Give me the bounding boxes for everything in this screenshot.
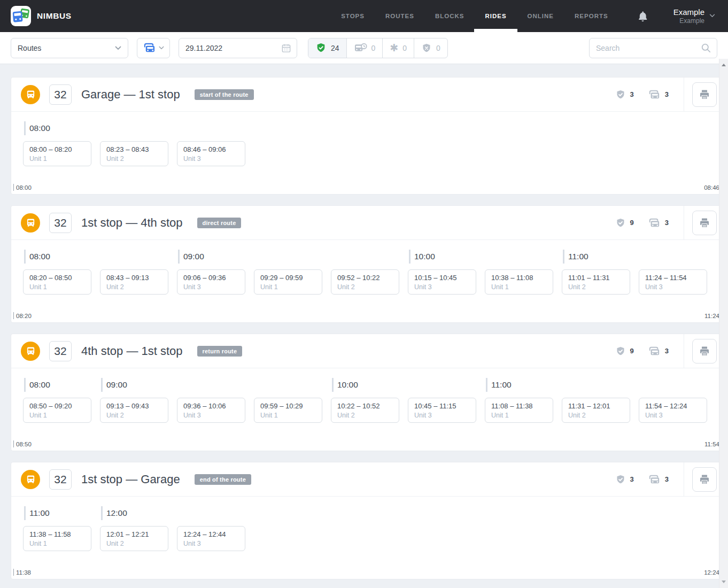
ride-time: 08:20 – 08:50 <box>29 274 85 282</box>
nav-item-routes[interactable]: ROUTES <box>385 0 414 32</box>
section-start-time: 11:38 <box>13 569 31 576</box>
nav-item-reports[interactable]: REPORTS <box>575 0 608 32</box>
hour-group: 10:00 10:15 – 10:45 Unit 3 10:38 – 11:08… <box>408 250 553 295</box>
route-number: 32 <box>49 341 72 361</box>
hour-label: 09:00 <box>101 378 322 392</box>
ride-card[interactable]: 08:23 – 08:43 Unit 2 <box>100 141 168 166</box>
ride-unit: Unit 2 <box>106 283 162 291</box>
route-number: 32 <box>49 213 72 233</box>
ride-card[interactable]: 08:20 – 08:50 Unit 1 <box>23 269 91 295</box>
hour-group: 11:00 11:01 – 11:31 Unit 2 11:24 – 11:54… <box>562 250 707 295</box>
bus-icon <box>21 85 40 104</box>
ride-card[interactable]: 11:31 – 12:01 Unit 2 <box>562 398 630 423</box>
ride-time: 08:23 – 08:43 <box>106 145 162 153</box>
ride-card[interactable]: 08:46 – 09:06 Unit 3 <box>177 141 245 166</box>
hour-group: 11:00 11:08 – 11:38 Unit 1 11:31 – 12:01… <box>485 378 707 423</box>
hour-group: 10:00 10:22 – 10:52 Unit 2 10:45 – 11:15… <box>331 378 476 423</box>
ride-card[interactable]: 12:01 – 12:21 Unit 2 <box>100 526 168 551</box>
user-menu[interactable]: Example Example <box>673 7 715 25</box>
chevron-down-icon <box>709 14 715 18</box>
status-special-filter[interactable]: ✱ 0 <box>383 38 414 58</box>
ride-time: 10:22 – 10:52 <box>337 402 393 410</box>
section-title: 1st stop — Garage <box>81 473 180 486</box>
ride-card[interactable]: 10:15 – 10:45 Unit 3 <box>408 269 476 295</box>
ride-time: 09:59 – 10:29 <box>260 402 316 410</box>
route-type-badge: start of the route <box>195 89 254 100</box>
ride-card[interactable]: 08:00 – 08:20 Unit 1 <box>23 141 91 166</box>
hour-group: 09:00 09:06 – 09:36 Unit 3 09:29 – 09:59… <box>177 250 399 295</box>
bus-icon <box>21 213 40 233</box>
date-input[interactable] <box>179 38 297 58</box>
hour-label: 10:00 <box>409 250 553 264</box>
search-input[interactable] <box>589 38 717 58</box>
nav-item-blocks[interactable]: BLOCKS <box>435 0 464 32</box>
ride-card[interactable]: 08:43 – 09:13 Unit 2 <box>100 269 168 295</box>
status-ok-filter[interactable]: 24 <box>308 38 347 58</box>
ride-unit: Unit 1 <box>29 412 85 419</box>
ride-card[interactable]: 09:52 – 10:22 Unit 2 <box>331 269 399 295</box>
notifications-bell-icon[interactable] <box>638 11 648 22</box>
ride-card[interactable]: 10:38 – 11:08 Unit 1 <box>485 269 553 295</box>
print-button[interactable] <box>692 339 717 363</box>
ride-unit: Unit 1 <box>491 283 547 291</box>
ride-time: 08:00 – 08:20 <box>29 145 85 153</box>
chevron-down-icon <box>115 46 121 50</box>
ride-card[interactable]: 08:50 – 09:20 Unit 1 <box>23 398 91 423</box>
status-canceled-filter[interactable]: 0 <box>414 38 447 58</box>
ride-card[interactable]: 09:13 – 09:43 Unit 2 <box>100 398 168 423</box>
ride-time: 08:46 – 09:06 <box>183 145 239 153</box>
ride-unit: Unit 1 <box>260 283 316 291</box>
nav-item-rides[interactable]: RIDES <box>485 0 506 32</box>
status-count: 24 <box>331 44 339 52</box>
ride-time: 11:24 – 11:54 <box>645 274 701 282</box>
route-section: 32 1st stop — Garage end of the route 3 <box>11 462 725 579</box>
route-filter-value: Routes <box>18 44 41 52</box>
status-count: 0 <box>436 44 440 52</box>
ride-card[interactable]: 11:01 – 11:31 Unit 2 <box>562 269 630 295</box>
ride-unit: Unit 2 <box>337 412 393 419</box>
nav-item-online[interactable]: ONLINE <box>528 0 554 32</box>
bus-fleet-icon <box>648 474 661 485</box>
top-header: NIMBUS STOPSROUTESBLOCKSRIDESONLINEREPOR… <box>0 0 728 32</box>
ride-time: 09:06 – 09:36 <box>183 274 239 282</box>
main-nav: STOPSROUTESBLOCKSRIDESONLINEREPORTS <box>341 0 608 32</box>
ride-card[interactable]: 11:24 – 11:54 Unit 3 <box>639 269 707 295</box>
ride-card[interactable]: 12:24 – 12:44 Unit 3 <box>177 526 245 551</box>
status-delayed-filter[interactable]: 0 <box>347 38 383 58</box>
hour-group: 08:00 08:20 – 08:50 Unit 1 08:43 – 09:13… <box>23 250 168 295</box>
ride-card[interactable]: 11:08 – 11:38 Unit 1 <box>485 398 553 423</box>
ride-card[interactable]: 10:45 – 11:15 Unit 3 <box>408 398 476 423</box>
ride-card[interactable]: 09:06 – 09:36 Unit 3 <box>177 269 245 295</box>
ride-unit: Unit 1 <box>29 155 85 163</box>
ride-unit: Unit 1 <box>491 412 547 419</box>
ride-time: 09:36 – 10:06 <box>183 402 239 410</box>
hour-label: 12:00 <box>101 506 245 520</box>
route-filter-select[interactable]: Routes <box>11 38 128 58</box>
ride-card[interactable]: 09:36 – 10:06 Unit 3 <box>177 398 245 423</box>
ride-card[interactable]: 09:59 – 10:29 Unit 1 <box>254 398 322 423</box>
vehicles-count: 3 <box>665 90 669 98</box>
ride-card[interactable]: 11:54 – 12:24 Unit 3 <box>639 398 707 423</box>
shield-check-icon <box>615 89 626 100</box>
bus-fleet-icon <box>648 89 661 100</box>
scroll-up-arrow[interactable] <box>722 64 726 66</box>
ride-card[interactable]: 11:38 – 11:58 Unit 1 <box>23 526 91 551</box>
bus-fleet-icon <box>648 345 661 357</box>
ride-unit: Unit 2 <box>106 412 162 419</box>
route-type-badge: return route <box>197 346 243 357</box>
shield-check-icon <box>315 42 327 53</box>
rides-count: 3 <box>630 90 634 98</box>
vertical-scrollbar[interactable] <box>719 59 728 588</box>
scroll-down-arrow[interactable] <box>722 581 726 583</box>
print-button[interactable] <box>692 82 717 107</box>
nav-item-stops[interactable]: STOPS <box>341 0 365 32</box>
ride-card[interactable]: 10:22 – 10:52 Unit 2 <box>331 398 399 423</box>
vehicle-filter-select[interactable] <box>137 38 170 58</box>
ride-card[interactable]: 09:29 – 09:59 Unit 1 <box>254 269 322 295</box>
section-time-range: 08:50 11:54 <box>13 440 722 447</box>
printer-icon <box>699 89 710 100</box>
rides-count: 3 <box>630 475 634 483</box>
print-button[interactable] <box>692 467 717 492</box>
print-button[interactable] <box>692 211 717 235</box>
rides-count: 9 <box>630 347 634 355</box>
